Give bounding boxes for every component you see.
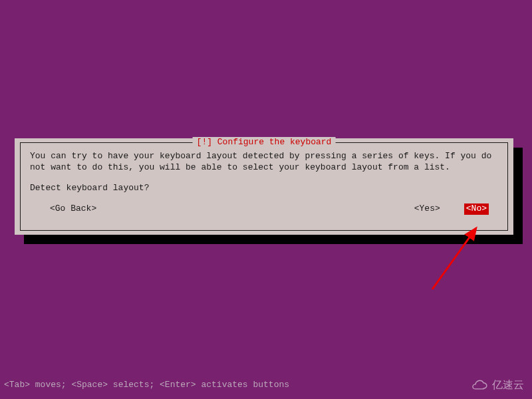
go-back-button[interactable]: <Go Back>	[50, 203, 96, 215]
cloud-icon	[469, 380, 488, 392]
button-row: <Go Back> <Yes> <No>	[30, 203, 498, 215]
no-button[interactable]: <No>	[464, 203, 489, 215]
dialog-frame: [!] Configure the keyboard You can try t…	[20, 142, 508, 231]
watermark: 亿速云	[469, 378, 524, 392]
yes-button[interactable]: <Yes>	[414, 203, 440, 215]
dialog-prompt: Detect keyboard layout?	[30, 183, 498, 194]
hint-bar: <Tab> moves; <Space> selects; <Enter> ac…	[4, 380, 289, 391]
watermark-text: 亿速云	[492, 378, 524, 392]
dialog-title: [!] Configure the keyboard	[193, 137, 336, 148]
dialog-body: You can try to have your keyboard layout…	[30, 151, 498, 174]
installer-dialog: [!] Configure the keyboard You can try t…	[15, 138, 513, 235]
